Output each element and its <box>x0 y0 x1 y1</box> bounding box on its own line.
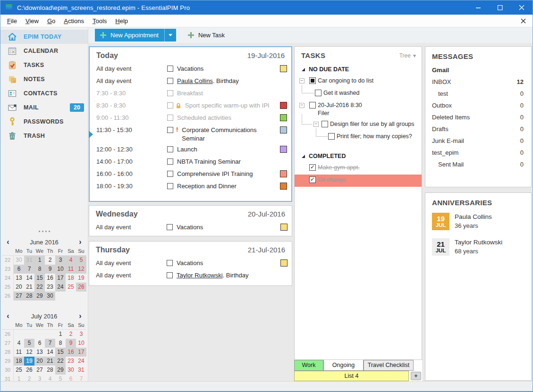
calendar-day[interactable]: 26 <box>24 366 34 375</box>
calendar-day[interactable]: 28 <box>24 292 34 300</box>
event-checkbox[interactable] <box>167 171 173 177</box>
menubar-close-icon[interactable] <box>521 18 526 24</box>
menu-file[interactable]: File <box>3 16 21 26</box>
mail-folder-row[interactable]: Sent Mail0 <box>425 158 531 170</box>
tab-work[interactable]: Work <box>294 360 323 371</box>
event-checkbox[interactable] <box>167 260 173 266</box>
mail-folder-row[interactable]: Deleted Items0 <box>425 111 531 123</box>
event-checkbox[interactable] <box>167 158 173 165</box>
calendar-day[interactable]: 3 <box>55 256 66 265</box>
menu-help[interactable]: Help <box>111 16 132 26</box>
minimize-icon[interactable] <box>467 0 489 15</box>
calendar-day[interactable]: 1 <box>34 256 45 265</box>
sidebar-item-epim-today[interactable]: EPIM TODAY <box>0 30 88 44</box>
tab-travel-checklist[interactable]: Travel Checklist <box>364 360 414 371</box>
calendar-day[interactable]: 30 <box>66 366 76 375</box>
calendar-day[interactable]: 27 <box>34 366 45 375</box>
calendar-day[interactable]: 20 <box>34 357 45 366</box>
sidebar-splitter[interactable] <box>0 231 88 232</box>
event-row[interactable]: All day eventVacations <box>89 258 292 270</box>
calendar-day[interactable]: 5 <box>76 256 86 265</box>
close-icon[interactable] <box>511 0 533 15</box>
sidebar-item-passwords[interactable]: PASSWORDS <box>0 115 88 129</box>
task-item[interactable]: Get it washed <box>295 88 422 100</box>
sidebar-item-notes[interactable]: NOTES <box>0 72 88 86</box>
mail-folder-row[interactable]: Junk E-mail0 <box>425 135 531 147</box>
task-checkbox[interactable] <box>328 133 335 140</box>
new-appointment-main[interactable]: New Appointment <box>95 29 164 42</box>
calendar-day[interactable]: 24 <box>55 283 66 292</box>
event-checkbox[interactable] <box>167 146 173 152</box>
event-row[interactable]: 8:30 - 8:30Sport specific warm-up with I… <box>90 100 291 112</box>
event-row[interactable]: 16:00 - 16:00Comprehensive IPI Training <box>90 168 291 181</box>
anniversary-entry[interactable]: 19JULPaula Collins36 years <box>425 211 531 232</box>
task-checkbox[interactable] <box>321 121 328 127</box>
calendar-day[interactable]: 13 <box>34 348 45 357</box>
event-row[interactable]: 12:00 - 12:30Launch <box>90 144 291 156</box>
tab-ongoing[interactable]: Ongoing <box>323 360 364 371</box>
calendar-day[interactable]: 30 <box>14 256 24 265</box>
prev-month-icon[interactable]: ‹ <box>2 311 14 321</box>
mail-folder-row[interactable]: Outbox0 <box>425 100 531 111</box>
calendar-day[interactable]: 23 <box>45 283 55 292</box>
task-item[interactable]: Make gym appt. <box>295 162 422 175</box>
menu-actions[interactable]: Actions <box>59 16 88 26</box>
calendar-day[interactable]: 5 <box>24 339 34 348</box>
calendar-day[interactable]: 20 <box>14 283 24 292</box>
event-checkbox[interactable] <box>167 127 173 133</box>
sidebar-item-tasks[interactable]: TASKS <box>0 58 88 72</box>
calendar-day[interactable]: 8 <box>34 265 45 274</box>
event-row[interactable]: 18:00 - 19:30Reception and Dinner <box>90 181 291 193</box>
menu-view[interactable]: View <box>21 16 43 26</box>
tab-list4[interactable]: List 4 <box>294 371 409 381</box>
calendar-day[interactable]: 10 <box>76 339 86 348</box>
task-item[interactable]: Print filer; how many copies? <box>295 131 422 143</box>
calendar-day[interactable]: 25 <box>14 366 24 375</box>
mail-folder-row[interactable]: Drafts0 <box>425 123 531 135</box>
calendar-day[interactable]: 3 <box>76 330 86 339</box>
task-checkbox[interactable] <box>309 176 316 183</box>
calendar-day[interactable]: 12 <box>76 265 86 274</box>
calendar-day[interactable]: 16 <box>66 348 76 357</box>
tree-expander-icon[interactable]: − <box>299 103 305 108</box>
event-row[interactable]: 11:30 - 15:30!Corporate Communications S… <box>90 125 291 144</box>
calendar-day[interactable]: 18 <box>14 357 24 366</box>
mail-account-row[interactable]: Gmail <box>425 64 531 76</box>
calendar-day[interactable]: 17 <box>76 348 86 357</box>
calendar-day[interactable]: 17 <box>55 274 66 283</box>
mail-folder-row[interactable]: test_epim0 <box>425 147 531 158</box>
sidebar-item-trash[interactable]: TRASH <box>0 129 88 143</box>
contact-link[interactable]: Paula Collins <box>177 77 213 84</box>
task-checkbox[interactable] <box>309 164 316 171</box>
task-item[interactable]: Oil change <box>295 175 422 187</box>
calendar-day[interactable]: 4 <box>14 339 24 348</box>
calendar-day[interactable]: 21 <box>24 283 34 292</box>
calendar-day[interactable]: 6 <box>34 339 45 348</box>
task-checkbox[interactable] <box>315 90 321 96</box>
calendar-day[interactable]: 7 <box>45 339 55 348</box>
calendar-day[interactable]: 6 <box>14 265 24 274</box>
calendar-day[interactable]: 11 <box>66 265 76 274</box>
task-group-header[interactable]: NO DUE DATE <box>295 63 422 75</box>
event-row[interactable]: 14:00 - 17:00NBTA Training Seminar <box>90 156 291 168</box>
calendar-day[interactable]: 9 <box>66 339 76 348</box>
maximize-icon[interactable] <box>489 0 511 15</box>
task-group-header[interactable]: COMPLETED <box>295 150 422 162</box>
calendar-day[interactable]: 19 <box>76 274 86 283</box>
calendar-day[interactable]: 29 <box>55 366 66 375</box>
event-row[interactable]: All day eventVacations <box>89 222 292 234</box>
calendar-day[interactable]: 15 <box>34 274 45 283</box>
add-list-button[interactable]: + <box>411 372 421 380</box>
mail-folder-row[interactable]: test0 <box>425 88 531 100</box>
event-checkbox[interactable] <box>167 90 173 96</box>
calendar-day[interactable]: 26 <box>76 283 86 292</box>
calendar-day[interactable]: 15 <box>55 348 66 357</box>
calendar-day[interactable]: 24 <box>76 357 86 366</box>
titlebar[interactable]: C:\download\epim_screens_restored.epim -… <box>0 0 533 15</box>
calendar-day[interactable]: 1 <box>55 330 66 339</box>
new-appointment-button[interactable]: New Appointment <box>95 29 176 42</box>
calendar-day[interactable]: 13 <box>14 274 24 283</box>
task-checkbox[interactable] <box>309 102 316 108</box>
task-item[interactable]: −20-Jul-2016 8:30Filer <box>295 100 422 119</box>
event-checkbox[interactable] <box>167 78 173 84</box>
